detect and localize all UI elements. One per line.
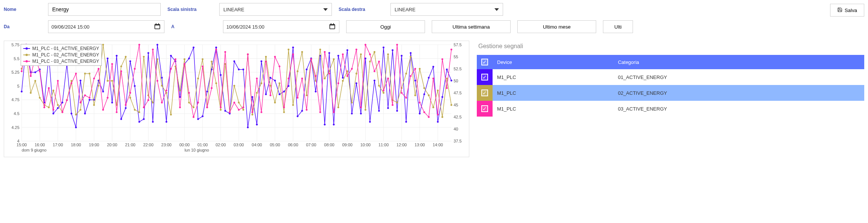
- svg-point-298: [125, 104, 127, 106]
- svg-text:02:00: 02:00: [215, 143, 226, 147]
- svg-point-262: [396, 102, 398, 103]
- svg-point-322: [233, 102, 235, 103]
- svg-point-368: [442, 58, 443, 60]
- row-checkbox[interactable]: [481, 105, 488, 112]
- th-categoria[interactable]: Categoria: [613, 55, 864, 69]
- label-da: Da: [4, 24, 9, 29]
- svg-point-212: [170, 114, 172, 115]
- label-scala-sinistra: Scala sinistra: [167, 7, 196, 12]
- a-input[interactable]: 10/06/2024 15:00: [223, 20, 339, 33]
- svg-text:5.5: 5.5: [14, 56, 20, 61]
- svg-point-249: [338, 106, 339, 108]
- ultimo-mese-button[interactable]: Ultimo mese: [517, 20, 596, 33]
- svg-text:12:00: 12:00: [396, 143, 407, 147]
- row-checkbox[interactable]: [481, 74, 488, 80]
- svg-point-258: [378, 85, 380, 86]
- calendar-icon[interactable]: [154, 23, 161, 31]
- svg-point-126: [215, 47, 217, 49]
- svg-point-327: [256, 77, 258, 79]
- svg-point-269: [428, 94, 430, 96]
- select-all-checkbox[interactable]: [481, 59, 488, 65]
- salva-button[interactable]: Salva: [830, 4, 864, 17]
- svg-point-136: [261, 60, 262, 62]
- chart-legend: M1_PLC - 01_ACTIVE_ENERGY M1_PLC - 02_AC…: [21, 44, 102, 66]
- svg-point-240: [297, 70, 298, 72]
- svg-text:06:00: 06:00: [288, 143, 298, 147]
- svg-point-138: [270, 77, 271, 79]
- svg-point-191: [75, 114, 77, 115]
- svg-point-165: [392, 49, 393, 51]
- svg-point-231: [256, 92, 258, 94]
- scala-destra-select[interactable]: LINEARE: [390, 3, 503, 16]
- svg-point-293: [102, 109, 104, 111]
- svg-point-205: [138, 111, 140, 113]
- svg-point-260: [387, 53, 389, 55]
- table-row[interactable]: M1_PLC 01_ACTIVE_ENERGY: [477, 69, 864, 85]
- svg-point-219: [202, 58, 203, 60]
- svg-point-237: [283, 111, 285, 113]
- svg-point-272: [442, 116, 443, 118]
- th-device[interactable]: Device: [493, 55, 613, 69]
- svg-point-133: [247, 126, 249, 128]
- svg-point-342: [324, 51, 326, 53]
- ultimo-cut-button[interactable]: Ulti: [603, 20, 633, 33]
- svg-text:42.5: 42.5: [454, 115, 461, 119]
- svg-point-337: [301, 77, 303, 79]
- svg-point-143: [292, 47, 294, 49]
- da-input[interactable]: 09/06/2024 15:00: [48, 20, 164, 33]
- svg-point-349: [356, 49, 357, 50]
- svg-point-305: [157, 80, 158, 82]
- svg-point-254: [360, 53, 362, 55]
- svg-text:15:00: 15:00: [17, 143, 27, 147]
- chevron-down-icon: [494, 8, 499, 11]
- svg-point-340: [315, 75, 316, 77]
- svg-rect-5: [330, 25, 335, 28]
- row-checkbox[interactable]: [481, 90, 488, 96]
- svg-point-250: [342, 80, 344, 82]
- svg-point-357: [392, 104, 393, 106]
- svg-point-304: [152, 49, 154, 50]
- label-scala-destra: Scala destra: [339, 7, 365, 12]
- label-nome: Nome: [4, 7, 16, 12]
- svg-point-114: [161, 77, 163, 79]
- svg-text:52.5: 52.5: [454, 67, 461, 71]
- svg-text:10:00: 10:00: [360, 143, 371, 147]
- svg-point-104: [116, 55, 118, 57]
- svg-point-279: [39, 70, 41, 72]
- svg-point-155: [347, 49, 348, 51]
- svg-point-347: [347, 75, 348, 77]
- svg-point-235: [274, 102, 276, 103]
- svg-point-164: [387, 107, 389, 109]
- svg-point-208: [152, 102, 154, 103]
- svg-text:55: 55: [454, 55, 458, 59]
- chart[interactable]: M1_PLC - 01_ACTIVE_ENERGY M1_PLC - 02_AC…: [4, 41, 469, 157]
- svg-point-336: [297, 97, 298, 99]
- svg-point-246: [324, 77, 326, 79]
- svg-point-267: [419, 68, 420, 70]
- svg-point-115: [166, 121, 167, 123]
- svg-point-216: [188, 102, 190, 103]
- svg-point-196: [98, 85, 99, 86]
- nome-input[interactable]: [48, 3, 161, 16]
- svg-point-338: [306, 109, 307, 111]
- svg-point-232: [261, 82, 262, 84]
- scala-sinistra-select[interactable]: LINEARE: [219, 3, 332, 16]
- ultima-settimana-button[interactable]: Ultima settimana: [432, 20, 511, 33]
- svg-point-201: [120, 65, 122, 67]
- svg-point-306: [161, 102, 163, 103]
- svg-point-206: [143, 56, 145, 58]
- svg-point-215: [184, 58, 185, 60]
- svg-point-198: [107, 80, 108, 82]
- table-row[interactable]: M1_PLC 03_ACTIVE_ENERGY: [477, 101, 864, 117]
- svg-point-324: [243, 106, 244, 108]
- calendar-icon[interactable]: [329, 23, 336, 31]
- oggi-button[interactable]: Oggi: [346, 20, 425, 33]
- svg-point-314: [197, 102, 199, 103]
- table-row[interactable]: M1_PLC 02_ACTIVE_ENERGY: [477, 85, 864, 101]
- svg-point-102: [107, 58, 108, 59]
- svg-point-253: [356, 73, 357, 74]
- svg-text:14:00: 14:00: [432, 143, 443, 147]
- device-cell: M1_PLC: [493, 69, 613, 85]
- svg-text:03:00: 03:00: [234, 143, 244, 147]
- ultima-settimana-label: Ultima settimana: [452, 24, 490, 30]
